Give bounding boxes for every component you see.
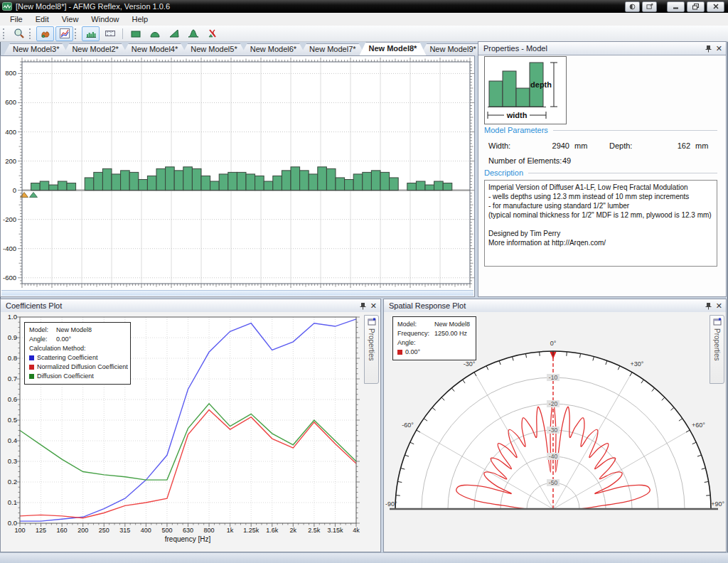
bell-element-button[interactable] (184, 26, 202, 41)
svg-text:-50: -50 (549, 479, 558, 486)
pin-icon (705, 302, 712, 310)
ruler-view-icon (105, 28, 116, 39)
semicircle-element-button[interactable] (146, 26, 164, 41)
legend-angle-value: 0.00° (56, 335, 71, 344)
tab-newmodel6[interactable]: New Model6* (241, 43, 306, 55)
rect-element-button[interactable] (127, 26, 144, 41)
properties-side-tab-2[interactable]: Properties (710, 315, 724, 384)
close-panel-button[interactable]: ✕ (716, 44, 722, 53)
width-value[interactable]: 2940 (540, 141, 569, 150)
close-button[interactable] (707, 1, 724, 12)
restore-button[interactable] (687, 1, 705, 12)
tab-newmodel7[interactable]: New Model7* (300, 43, 365, 55)
pin-button-3[interactable] (705, 302, 712, 310)
tab-newmodel5[interactable]: New Model5* (181, 43, 246, 55)
minimize-button[interactable] (667, 1, 685, 12)
bell-element-icon (188, 28, 199, 39)
panel-toggle-icon (629, 4, 636, 10)
legend-angle-label: Angle: (29, 335, 53, 344)
legend-swatch (29, 365, 34, 370)
description-line-2: - wells depths using 12.3 mm instead of … (488, 192, 713, 201)
svg-text:0.6: 0.6 (8, 395, 17, 403)
description-heading-text: Description (484, 168, 523, 177)
toolbar-grip-3[interactable] (75, 28, 78, 39)
svg-text:0.4: 0.4 (8, 436, 17, 444)
model-view-button[interactable] (36, 26, 54, 41)
description-line-4: (typical nominal thickness for 1/2" MDF … (488, 210, 713, 220)
zoom-button[interactable] (10, 26, 28, 41)
detach-button[interactable] (642, 1, 657, 12)
coefficients-legend: Model:New Model8 Angle:0.00° Calculation… (24, 322, 131, 385)
tab-newmodel8[interactable]: New Model8* (360, 42, 427, 55)
svg-text:-30°: -30° (464, 360, 476, 368)
menu-window[interactable]: Window (85, 14, 125, 25)
restore-icon (692, 4, 699, 10)
pin-button[interactable] (705, 45, 712, 53)
width-label: Width: (488, 141, 540, 150)
diagram-depth-label: depth (530, 80, 552, 89)
model-diagram: depth width (484, 56, 567, 124)
tab-newmodel2[interactable]: New Model2* (63, 43, 127, 55)
svg-text:0.3: 0.3 (8, 457, 17, 465)
svg-text:-60°: -60° (402, 422, 414, 429)
svg-text:315: 315 (119, 527, 130, 534)
description-line-7: More information at http://Arqen.com/ (488, 238, 713, 247)
status-bar (0, 552, 728, 563)
pin-button-2[interactable] (360, 302, 366, 310)
legend-entry: Normalized Diffusion Coefficient (29, 363, 126, 372)
tab-newmodel3[interactable]: New Model3* (4, 43, 68, 55)
close-panel-button-3[interactable]: ✕ (716, 301, 722, 311)
legend-entry: Diffusion Coefficient (29, 372, 126, 381)
menu-file[interactable]: File (4, 14, 29, 25)
svg-text:-10: -10 (549, 374, 558, 381)
horizontal-scrollbar[interactable] (1, 290, 473, 296)
width-unit: mm (569, 141, 609, 150)
panel-toggle-button[interactable] (625, 1, 640, 12)
menu-help[interactable]: Help (125, 14, 154, 25)
toolbar-grip[interactable] (3, 28, 6, 39)
close-panel-button-2[interactable]: ✕ (370, 301, 377, 311)
ruler-view-button[interactable] (101, 26, 119, 41)
svg-text:0.8: 0.8 (8, 354, 17, 362)
svg-text:+60°: +60° (692, 422, 705, 429)
description-text[interactable]: Imperial Version of Diffuser A1-LF, Low … (484, 180, 717, 267)
title-bar[interactable]: [New Model8*] - AFMG Reflex, Version 1.0… (0, 0, 728, 13)
diagram-width-label: width (506, 111, 528, 119)
depth-label: Depth: (609, 141, 659, 150)
svg-text:1.6k: 1.6k (266, 527, 279, 534)
svg-text:0.0: 0.0 (8, 519, 17, 527)
svg-text:800: 800 (5, 69, 16, 77)
toolbar (0, 26, 728, 42)
triangle-element-button[interactable] (165, 26, 183, 41)
tab-newmodel9[interactable]: New Model9* (420, 43, 485, 55)
properties-panel-header: Properties - Model ✕ (478, 42, 726, 55)
svg-text:2k: 2k (290, 527, 297, 534)
cut-tool-button[interactable] (203, 26, 221, 41)
svg-text:-30: -30 (549, 427, 558, 434)
heading-rule-2 (528, 173, 717, 173)
properties-side-tab[interactable]: Properties (364, 315, 379, 384)
menu-view[interactable]: View (55, 14, 85, 25)
menu-edit[interactable]: Edit (29, 14, 55, 25)
svg-text:1.0: 1.0 (8, 313, 17, 321)
svg-text:0: 0 (13, 186, 16, 194)
profile-view-button[interactable] (82, 26, 100, 41)
tab-newmodel4[interactable]: New Model4* (122, 43, 187, 55)
svg-text:+90°: +90° (711, 500, 724, 508)
properties-panel: Properties - Model ✕ depth (478, 41, 727, 297)
coefficients-plot-button[interactable] (55, 26, 73, 41)
legend-swatch (397, 350, 402, 355)
depth-value[interactable]: 162 (659, 141, 690, 150)
svg-text:200: 200 (77, 527, 88, 534)
model-parameters-heading-text: Model Parameters (484, 126, 548, 134)
elements-value: 49 (562, 156, 571, 165)
model-profile-chart[interactable]: 8006004002000-200-400-600020040060080010… (1, 56, 474, 291)
svg-text:0°: 0° (550, 340, 557, 347)
toolbar-grip-2[interactable] (29, 28, 33, 39)
legend-freq-label: Frequency: (397, 329, 432, 338)
zoom-icon (14, 28, 25, 39)
svg-text:400: 400 (141, 527, 151, 534)
coefficients-panel-header: Coefficients Plot ✕ (1, 299, 380, 313)
pin-icon (705, 45, 712, 53)
svg-text:100: 100 (14, 527, 25, 534)
